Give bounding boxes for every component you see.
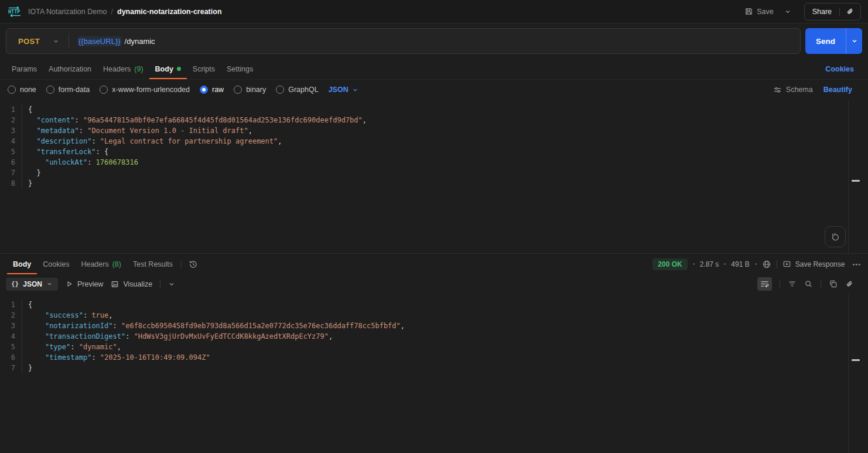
more-options-button[interactable]: ••• bbox=[852, 261, 861, 268]
code-line[interactable]: 6 "unlockAt": 1760678316 bbox=[0, 157, 868, 168]
response-tab-cookies[interactable]: Cookies bbox=[37, 254, 75, 274]
line-number: 7 bbox=[0, 168, 22, 178]
breadcrumb-collection[interactable]: IOTA Notarization Demo bbox=[28, 8, 107, 16]
sliders-icon bbox=[773, 86, 782, 94]
response-history-icon[interactable] bbox=[189, 260, 198, 269]
body-type-binary[interactable]: binary bbox=[234, 86, 266, 94]
response-body-viewer[interactable]: 1{2 "success": true,3 "notarizationId": … bbox=[0, 294, 868, 453]
link-icon bbox=[846, 7, 855, 16]
link-icon[interactable] bbox=[845, 280, 854, 288]
braces-icon: {} bbox=[11, 280, 19, 288]
code-line[interactable]: 5 "transferLock": { bbox=[0, 147, 868, 157]
request-tabs: Params Authorization Headers (9) Body Sc… bbox=[0, 59, 868, 80]
response-tab-headers[interactable]: Headers (8) bbox=[75, 254, 127, 274]
cookies-link[interactable]: Cookies bbox=[825, 65, 854, 73]
http-request-icon: HTTP bbox=[7, 5, 22, 18]
get-link-button[interactable] bbox=[840, 4, 860, 20]
request-body-editor[interactable]: 1{2 "content": "96a5447815a0bf0e7efa6684… bbox=[0, 100, 868, 253]
response-format-selector[interactable]: {} JSON bbox=[6, 278, 58, 291]
response-scrollbar[interactable] bbox=[848, 294, 868, 453]
scrollbar-marker[interactable] bbox=[852, 359, 860, 361]
radio-icon bbox=[100, 86, 108, 94]
response-toolbar: {} JSON Preview Visualize bbox=[0, 274, 868, 294]
line-number: 5 bbox=[0, 342, 22, 352]
code-line: 3 "notarizationId": "e6f8ccb6950458fd9eb… bbox=[0, 321, 868, 331]
headers-count: (9) bbox=[134, 65, 143, 73]
preview-button[interactable]: Preview bbox=[66, 280, 103, 288]
status-badge[interactable]: 200 OK bbox=[652, 258, 687, 270]
image-icon bbox=[111, 280, 119, 288]
line-number: 2 bbox=[0, 115, 22, 125]
body-modified-indicator bbox=[177, 67, 181, 71]
format-options-chevron[interactable] bbox=[168, 281, 175, 288]
chevron-down-icon bbox=[784, 8, 791, 15]
url-variable-chip[interactable]: {{baseURL}} bbox=[77, 36, 122, 46]
beautify-button[interactable]: Beautify bbox=[823, 86, 852, 94]
share-button[interactable]: Share bbox=[805, 4, 839, 20]
editor-scrollbar[interactable] bbox=[848, 100, 868, 253]
request-url-bar: POST {{baseURL}} /dynamic Send bbox=[0, 23, 868, 59]
dot-separator bbox=[755, 263, 757, 265]
breadcrumb-request-name[interactable]: dynamic-notarization-creation bbox=[117, 8, 222, 16]
response-time[interactable]: 2.87 s bbox=[700, 260, 719, 268]
wrap-text-button[interactable] bbox=[757, 277, 772, 291]
line-number: 2 bbox=[0, 310, 22, 321]
tab-body[interactable]: Body bbox=[149, 59, 187, 79]
send-button-group: Send bbox=[805, 28, 862, 54]
radio-selected-icon bbox=[200, 86, 208, 94]
chevron-down-icon bbox=[851, 38, 858, 45]
body-type-graphql[interactable]: GraphQL bbox=[276, 86, 318, 94]
share-button-group: Share bbox=[804, 3, 861, 21]
chevron-down-icon bbox=[352, 87, 358, 93]
body-type-raw[interactable]: raw bbox=[200, 86, 224, 94]
search-icon[interactable] bbox=[804, 280, 813, 288]
code-line[interactable]: 3 "metadata": "Document Version 1.0 - In… bbox=[0, 125, 868, 136]
request-code: 1{2 "content": "96a5447815a0bf0e7efa6684… bbox=[0, 104, 868, 189]
send-options-button[interactable] bbox=[846, 28, 862, 54]
send-button[interactable]: Send bbox=[805, 28, 846, 54]
code-line[interactable]: 2 "content": "96a5447815a0bf0e7efa66845f… bbox=[0, 115, 868, 125]
code-line[interactable]: 8} bbox=[0, 178, 868, 189]
url-input[interactable]: {{baseURL}} /dynamic bbox=[69, 36, 800, 46]
tab-params[interactable]: Params bbox=[6, 59, 43, 79]
url-box: POST {{baseURL}} /dynamic bbox=[6, 28, 801, 54]
dot-separator bbox=[724, 263, 726, 265]
line-number: 8 bbox=[0, 178, 22, 189]
body-type-urlencoded[interactable]: x-www-form-urlencoded bbox=[100, 86, 190, 94]
method-selector[interactable]: POST bbox=[6, 29, 69, 53]
code-line: 5 "type": "dynamic", bbox=[0, 342, 868, 352]
filter-icon[interactable] bbox=[788, 280, 797, 288]
tab-settings[interactable]: Settings bbox=[221, 59, 259, 79]
save-button[interactable]: Save bbox=[741, 4, 777, 19]
save-response-button[interactable]: Save Response bbox=[782, 260, 845, 268]
code-line[interactable]: 7 } bbox=[0, 168, 868, 178]
body-type-form-data[interactable]: form-data bbox=[46, 86, 90, 94]
response-tab-test-results[interactable]: Test Results bbox=[127, 254, 179, 274]
response-tab-body[interactable]: Body bbox=[7, 254, 37, 274]
save-icon bbox=[744, 7, 753, 16]
body-type-none[interactable]: none bbox=[8, 86, 36, 94]
tab-scripts[interactable]: Scripts bbox=[187, 59, 221, 79]
language-selector[interactable]: JSON bbox=[329, 86, 358, 94]
tab-authorization[interactable]: Authorization bbox=[43, 59, 97, 79]
code-line[interactable]: 4 "description": "Legal contract for par… bbox=[0, 136, 868, 147]
copy-icon[interactable] bbox=[829, 280, 838, 288]
postbot-button[interactable] bbox=[825, 226, 846, 247]
tab-headers[interactable]: Headers (9) bbox=[97, 59, 149, 79]
line-number: 6 bbox=[0, 352, 22, 363]
chevron-down-icon bbox=[53, 38, 59, 45]
response-code: 1{2 "success": true,3 "notarizationId": … bbox=[0, 299, 868, 373]
response-size[interactable]: 491 B bbox=[731, 260, 749, 268]
app-window: HTTP IOTA Notarization Demo / dynamic-no… bbox=[0, 0, 868, 453]
divider bbox=[160, 280, 160, 288]
network-info-icon[interactable] bbox=[762, 260, 771, 269]
schema-button[interactable]: Schema bbox=[773, 86, 813, 94]
divider bbox=[780, 280, 780, 288]
scrollbar-marker[interactable] bbox=[852, 180, 860, 182]
save-options-button[interactable] bbox=[781, 5, 795, 18]
line-number: 3 bbox=[0, 321, 22, 331]
code-line[interactable]: 1{ bbox=[0, 104, 868, 115]
line-number: 7 bbox=[0, 363, 22, 373]
visualize-button[interactable]: Visualize bbox=[111, 280, 152, 288]
postbot-sparkle-icon bbox=[830, 231, 840, 242]
